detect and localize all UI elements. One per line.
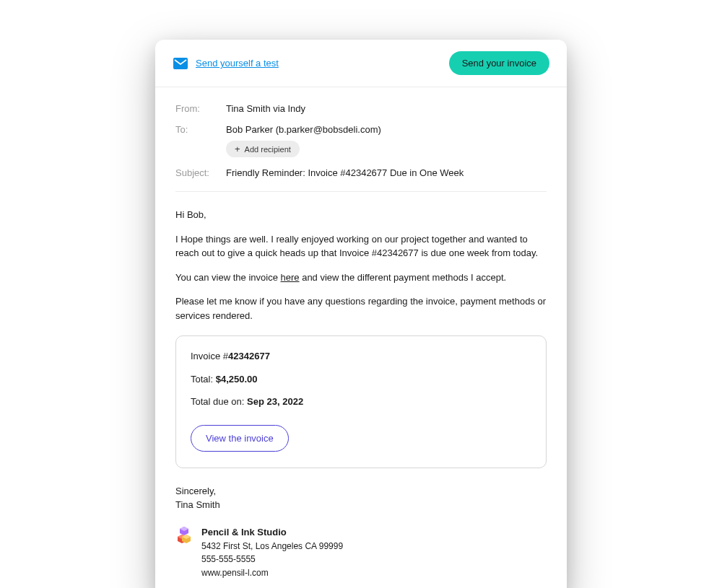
send-test-link[interactable]: Send yourself a test xyxy=(196,58,279,69)
body-para-2: You can view the invoice here and view t… xyxy=(175,271,547,285)
company-info: Pencil & Ink Studio 5432 First St, Los A… xyxy=(201,525,343,580)
signer-name: Tina Smith xyxy=(175,498,547,512)
to-value: Bob Parker (b.parker@bobsdeli.com) xyxy=(226,124,381,135)
body-para-2-before: You can view the invoice xyxy=(175,272,281,283)
plus-icon: + xyxy=(235,144,240,154)
company-name: Pencil & Ink Studio xyxy=(201,525,343,540)
invoice-number-line: Invoice #42342677 xyxy=(191,349,531,364)
invoice-due-label: Total due on: xyxy=(191,396,247,407)
to-label: To: xyxy=(175,124,226,135)
company-block: Pencil & Ink Studio 5432 First St, Los A… xyxy=(175,525,547,580)
view-invoice-button[interactable]: View the invoice xyxy=(191,425,289,452)
subject-row: Subject: Friendly Reminder: Invoice #423… xyxy=(175,167,547,178)
body-para-2-after: and view the different payment methods I… xyxy=(300,272,507,283)
test-link-group: Send yourself a test xyxy=(173,57,279,70)
header-bar: Send yourself a test Send your invoice xyxy=(155,40,567,87)
mail-icon xyxy=(173,57,188,70)
subject-label: Subject: xyxy=(175,167,226,178)
subject-value: Friendly Reminder: Invoice #42342677 Due… xyxy=(226,167,464,178)
invoice-number-label: Invoice # xyxy=(191,351,228,361)
add-recipient-label: Add recipient xyxy=(245,145,291,154)
to-row: To: Bob Parker (b.parker@bobsdeli.com) +… xyxy=(175,124,547,157)
email-fields: From: Tina Smith via Indy To: Bob Parker… xyxy=(155,87,567,178)
invoice-email-card: Send yourself a test Send your invoice F… xyxy=(155,40,567,588)
add-recipient-button[interactable]: + Add recipient xyxy=(226,141,300,157)
invoice-due-value: Sep 23, 2022 xyxy=(247,396,303,407)
greeting: Hi Bob, xyxy=(175,208,547,222)
email-body: Hi Bob, I Hope things are well. I really… xyxy=(155,192,567,588)
invoice-number-value: 42342677 xyxy=(228,351,270,361)
closing: Sincerely, xyxy=(175,484,547,499)
body-para-1: I Hope things are well. I really enjoyed… xyxy=(175,232,547,260)
invoice-total-label: Total: xyxy=(191,374,216,385)
company-website: www.pensil-l.com xyxy=(201,566,343,580)
body-para-3: Please let me know if you have any quest… xyxy=(175,294,547,322)
company-phone: 555-555-5555 xyxy=(201,553,343,566)
send-invoice-button[interactable]: Send your invoice xyxy=(449,51,549,75)
invoice-here-link[interactable]: here xyxy=(281,272,300,283)
from-value: Tina Smith via Indy xyxy=(226,103,305,114)
invoice-summary-box: Invoice #42342677 Total: $4,250.00 Total… xyxy=(175,335,547,468)
sign-off: Sincerely, Tina Smith xyxy=(175,484,547,512)
company-logo-icon xyxy=(175,527,193,544)
invoice-total-line: Total: $4,250.00 xyxy=(191,372,531,387)
from-label: From: xyxy=(175,103,226,114)
from-row: From: Tina Smith via Indy xyxy=(175,103,547,114)
invoice-total-value: $4,250.00 xyxy=(216,374,258,385)
invoice-due-line: Total due on: Sep 23, 2022 xyxy=(191,395,531,409)
company-address: 5432 First St, Los Angeles CA 99999 xyxy=(201,540,343,553)
